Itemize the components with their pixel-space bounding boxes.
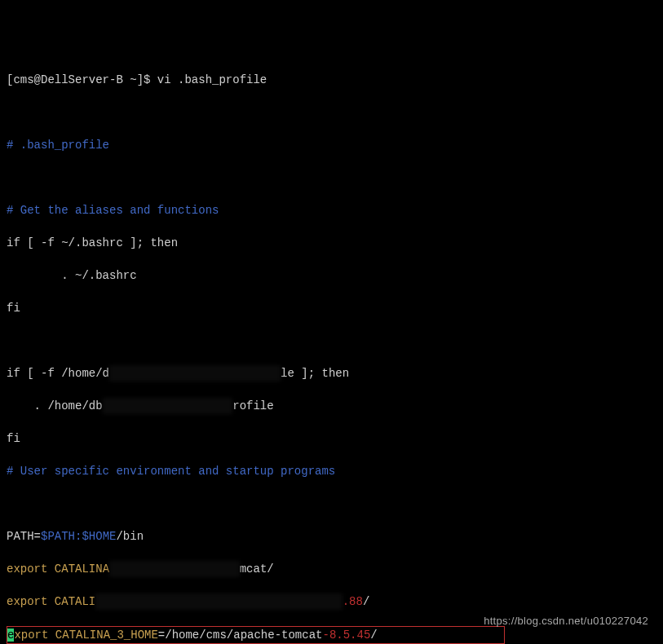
- blank-line: [7, 170, 656, 186]
- if-bashrc-open: if [ -f ~/.bashrc ]; then: [7, 235, 656, 251]
- blank-line: [7, 333, 656, 349]
- if2-body-b: rofile: [232, 399, 273, 412]
- terminal-prompt-line: [cms@DellServer-B ~]$ vi .bash_profile: [7, 72, 656, 88]
- highlighted-red-box: export CATALINA_3_HOME=/home/cms/apache-…: [7, 626, 505, 644]
- watermark-text: https://blog.csdn.net/u010227042: [484, 613, 648, 629]
- path-eq: PATH=: [7, 530, 41, 543]
- catalina-var-1: CATALINA: [47, 562, 109, 576]
- if2-body-a: . /home/db: [7, 399, 103, 412]
- comment-aliases: # Get the aliases and functions: [7, 202, 656, 218]
- catalina-3-var: CATALINA_3_HOME: [48, 629, 157, 642]
- catalina-3-slash: /: [370, 629, 377, 642]
- blank-line: [7, 496, 656, 512]
- if-home-body: . /home/dbxxxxxxxxxxxxxxxxxxxrofile: [7, 398, 656, 414]
- path-vars: $PATH:$HOME: [41, 530, 116, 543]
- path-suffix: /bin: [116, 530, 144, 543]
- catalina-3-ver: -8.5.45: [322, 629, 370, 642]
- catalina-3-path: =/home/cms/apache-tomcat: [158, 629, 323, 642]
- blank-line: [7, 104, 656, 121]
- catalina-1-tail: mcat/: [240, 562, 274, 576]
- export-catalina-2: export CATALIxxxxxxxxxxxxxxxxxxxxxxxxxxx…: [7, 593, 656, 610]
- catalina-2-ver: .88: [343, 595, 363, 608]
- redacted-smudge: xxxxxxxxxnoxxxxxxxx: [109, 561, 240, 577]
- comment-user-env: # User specific environment and startup …: [7, 463, 656, 479]
- fi-2: fi: [7, 430, 656, 447]
- redacted-smudge: xxxxxxxxxxxxxxxxxxxxxxxxx: [109, 365, 281, 382]
- export-catalina-1: export CATALINAxxxxxxxxxnoxxxxxxxxmcat/: [7, 561, 656, 577]
- export-keyword: export: [7, 595, 47, 608]
- fi-1: fi: [7, 300, 656, 316]
- redacted-smudge: xxxxxxxxxxxxxxxxxxxxxxxxxxxxxxxxxxxx: [95, 593, 342, 610]
- redacted-smudge: xxxxxxxxxxxxxxxxxxx: [103, 398, 233, 414]
- if-home-open: if [ -f /home/dxxxxxxxxxxxxxxxxxxxxxxxxx…: [7, 365, 656, 382]
- path-line: PATH=$PATH:$HOME/bin: [7, 528, 656, 545]
- if2-part-b: le ]; then: [281, 367, 349, 380]
- catalina-2-slash: /: [363, 595, 369, 608]
- catalina-var-2: CATALI: [47, 595, 95, 608]
- export-keyword: export: [7, 562, 47, 576]
- if2-part-a: if [ -f /home/d: [7, 367, 109, 380]
- export-keyword: xport: [14, 629, 48, 642]
- if-bashrc-body: . ~/.bashrc: [7, 267, 656, 284]
- comment-bash-profile: # .bash_profile: [7, 137, 656, 153]
